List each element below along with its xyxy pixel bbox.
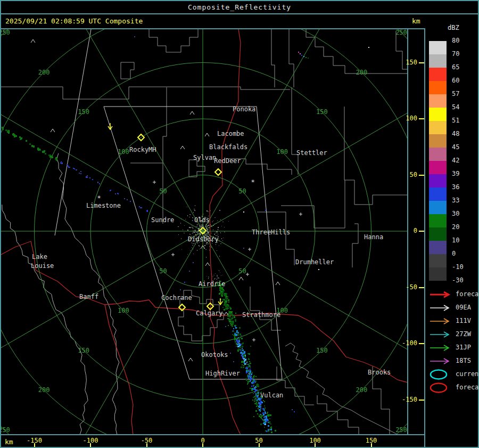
range-ring-label: 250 [395,426,407,434]
city-label-louise: Louise [31,262,54,270]
right-axis-tick [419,400,424,401]
range-ring-label: 250 [1,426,10,434]
right-axis-tick [419,287,424,288]
city-label-limestone: Limestone [86,202,121,209]
city-label-vulcan: Vulcan [260,392,283,399]
legend-arrow-111V [428,317,452,325]
dbz-swatch-54 [429,108,447,121]
bottom-axis-tick [146,443,147,447]
dbz-scale-label: 33 [452,197,459,204]
city-label-stettler: Stettler [296,149,327,157]
legend-arrow-18TS [428,357,452,365]
right-axis-tick [419,231,424,232]
dbz-swatch-0 [429,254,447,267]
range-ring-label: 200 [38,386,50,394]
city-label-sylvan: Sylvan [193,154,216,161]
map-right-border [407,28,408,435]
bottom-axis-tick [315,443,316,447]
city-label-ponoka: Ponoka [233,105,255,113]
city-label-banff: Banff [79,293,98,300]
city-label-cochrane: Cochrane [161,294,192,302]
dbz-scale-label: -30 [452,276,464,284]
bottom-axis-tick [202,443,203,447]
legend-label-forecast-1: forecast [456,384,479,391]
dbz-swatch-80 [429,41,447,54]
dbz-scale-label: 10 [452,237,459,244]
dbz-scale-label: 60 [452,77,459,84]
map-bottom-border [0,434,425,435]
bottom-axis-tick [34,443,35,447]
dbz-swatch-10 [429,241,447,254]
legend-label-current-0: current [456,370,479,378]
panel-divider [424,14,425,447]
title-bar: Composite_Reflectivity [1,1,478,13]
right-axis-unit-label: km [412,17,420,25]
bottom-axis-tick [371,443,372,447]
dbz-swatch-60 [429,81,447,94]
dbz-swatch-70 [429,54,447,68]
city-label-hanna: Hanna [364,233,383,241]
31JP-arrow-icon [428,344,452,352]
dbz-scale-label: 36 [452,183,459,191]
legend-label-18TS: 18TS [456,357,471,364]
dbz-swatch-48 [429,134,447,148]
city-label-reddeer: RedDeer [214,157,241,165]
bottom-axis-tick-label: -100 [76,437,105,444]
dbz-scale-label: 42 [452,157,459,164]
range-ring-label: 100 [118,148,129,156]
bottom-axis-tick [259,443,260,447]
111V-arrow-icon [428,317,452,325]
dbz-scale-label: 48 [452,130,459,137]
dbz-swatch-33 [429,201,447,214]
range-ring-label: 150 [316,347,328,354]
range-ring-label: 50 [238,267,246,275]
dbz-scale-label: 0 [452,250,456,257]
bottom-axis-unit-label: km [5,438,13,446]
info-bar: 2025/09/21 02:08:59 UTC Composite km [1,14,478,28]
dbz-swatch-42 [429,161,447,174]
city-label-highriver: HighRiver [205,370,240,377]
right-axis-tick [419,175,424,176]
bottom-axis-tick-label: 100 [300,437,330,444]
27ZW-arrow-icon [428,330,452,339]
city-label-brooks: Brooks [368,369,391,376]
range-ring-label: 250 [1,29,10,36]
legend-ellipse-forecast [429,382,450,394]
radar-map-canvas[interactable]: 5050505010010010010015015015015020020020… [1,29,407,434]
city-label-blackfalds: Blackfalds [209,143,247,151]
dbz-scale-label: 39 [452,170,459,177]
range-ring-label: 50 [238,188,246,195]
dbz-scale-label: 80 [452,37,459,44]
legend-label-27ZW: 27ZW [456,330,471,338]
right-axis-tick [419,62,424,63]
city-label-lacombe: Lacombe [217,130,244,137]
city-label-threehills: ThreeHills [252,229,290,236]
dbz-scale-label: 54 [452,103,459,111]
range-ring-label: 50 [159,267,167,275]
bottom-axis-tick-label: 0 [188,437,218,444]
forecast-arrow-icon [428,290,452,299]
dbz-scale-label: 51 [452,117,459,124]
current-ellipse-icon [429,369,450,380]
dbz-scale-label: 57 [452,90,459,97]
city-label-calgary: Calgary [196,309,223,317]
right-axis-tick [419,118,424,119]
city-label-drumheller: Drumheller [295,258,334,266]
city-label-sundre: Sundre [151,216,174,224]
range-ring-label: 100 [276,148,288,156]
city-label-lake: Lake [32,253,47,260]
dbz-scale-label: 20 [452,223,459,231]
legend-arrow-forecast [428,290,452,299]
dbz-scale-label: 65 [452,63,459,71]
dbz-swatch-51 [429,121,447,134]
datetime-label: 2025/09/21 02:08:59 UTC Composite [5,17,143,25]
dbz-swatch-30 [429,214,447,227]
dot-marker [243,211,244,213]
dbz-swatch-36 [429,188,447,201]
legend-arrow-09EA [428,304,452,312]
city-label-olds: Olds [194,216,210,224]
range-ring-label: 200 [356,69,368,76]
dbz-swatch-57 [429,94,447,108]
range-ring-label: 200 [38,69,50,76]
range-ring-label: 100 [118,307,129,314]
